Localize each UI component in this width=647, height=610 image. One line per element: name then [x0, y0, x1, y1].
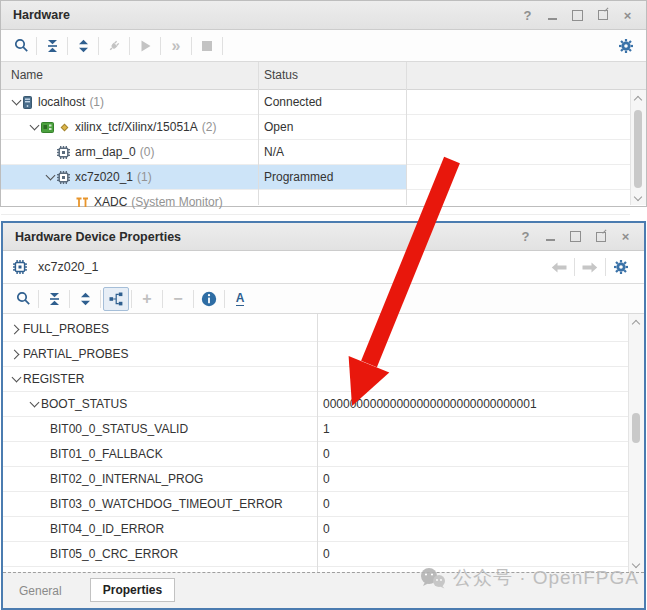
scroll-up-icon[interactable] [633, 318, 640, 325]
tree-row-cable[interactable]: xilinx_tcf/Xilinx/15051A (2) Open [1, 115, 630, 140]
back-button[interactable] [546, 255, 572, 279]
watermark: 公众号 · OpenFPGA [419, 565, 639, 591]
collapse-all-button[interactable] [41, 287, 67, 311]
float-icon[interactable] [596, 9, 609, 22]
stop-icon [202, 41, 212, 51]
property-row[interactable]: BIT01_0_FALLBACK 0 [3, 442, 628, 467]
property-row[interactable]: REGISTER [3, 367, 628, 392]
chevron-right-icon[interactable] [9, 347, 23, 361]
chevron-down-icon[interactable] [9, 95, 23, 109]
gear-icon [618, 38, 634, 54]
tree-row-arm-dap[interactable]: arm_dap_0 (0) N/A [1, 140, 630, 165]
property-row[interactable]: BIT04_0_ID_ERROR 0 [3, 517, 628, 542]
panel-title: Hardware Device Properties [15, 230, 519, 244]
property-row[interactable]: BIT03_0_WATCHDOG_TIMEOUT_ERROR 0 [3, 492, 628, 517]
chevron-down-icon[interactable] [27, 397, 41, 411]
column-header-status[interactable]: Status [264, 68, 298, 82]
help-icon[interactable]: ? [521, 9, 534, 22]
tree-item-count: (0) [140, 145, 155, 159]
settings-button[interactable] [608, 255, 634, 279]
gear-icon [613, 259, 629, 275]
property-name: BIT05_0_CRC_ERROR [50, 547, 178, 561]
vertical-scrollbar[interactable] [628, 314, 644, 572]
forward-button[interactable] [577, 255, 603, 279]
tree-row-localhost[interactable]: localhost (1) Connected [1, 90, 630, 115]
chip-icon [57, 146, 70, 159]
run-button[interactable] [132, 34, 158, 58]
sort-alphabetical-button[interactable]: A [227, 287, 253, 311]
auto-connect-icon [107, 38, 122, 53]
hardware-toolbar: » [1, 30, 646, 62]
help-icon[interactable]: ? [519, 230, 532, 243]
minimize-icon[interactable] [546, 9, 559, 22]
add-button[interactable]: + [134, 287, 160, 311]
run-all-button[interactable]: » [163, 34, 189, 58]
remove-button[interactable]: − [165, 287, 191, 311]
property-row[interactable]: BIT05_0_CRC_ERROR 0 [3, 542, 628, 567]
chevron-right-icon[interactable] [9, 322, 23, 336]
expand-all-button[interactable] [70, 34, 96, 58]
server-icon [23, 96, 33, 109]
close-icon[interactable]: × [621, 9, 634, 22]
expand-all-button[interactable] [72, 287, 98, 311]
wechat-icon [419, 567, 447, 589]
vertical-scrollbar[interactable] [630, 90, 646, 205]
chevron-placeholder [43, 145, 57, 159]
hardware-titlebar: Hardware ? × [1, 1, 646, 30]
tree-item-label: XADC [94, 195, 127, 209]
tree-row-xadc[interactable]: XADC (System Monitor) [1, 190, 630, 215]
properties-titlebar: Hardware Device Properties ? × [3, 223, 644, 251]
tree-view-toggle-button[interactable] [103, 287, 129, 311]
scroll-up-icon[interactable] [635, 94, 642, 101]
watermark-text: 公众号 · OpenFPGA [453, 565, 639, 591]
info-button[interactable] [196, 287, 222, 311]
property-name: BIT02_0_INTERNAL_PROG [50, 472, 203, 486]
hardware-panel: Hardware ? × » [0, 0, 647, 207]
maximize-icon[interactable] [571, 9, 584, 22]
column-header-name[interactable]: Name [11, 68, 43, 82]
search-button[interactable] [8, 34, 34, 58]
property-name: PARTIAL_PROBES [23, 347, 129, 361]
window-controls: ? × [519, 230, 632, 243]
property-name: BIT00_0_STATUS_VALID [50, 422, 188, 436]
tree-item-label: xilinx_tcf/Xilinx/15051A [75, 120, 198, 134]
chevron-down-icon[interactable] [27, 120, 41, 134]
tree-item-count: (2) [202, 120, 217, 134]
hardware-tree-table: Name Status localhost (1) Connected xili… [1, 62, 646, 205]
hardware-device-properties-panel: Hardware Device Properties ? × xc7z020_1 [1, 221, 646, 610]
window-controls: ? × [521, 9, 634, 22]
chevron-down-icon[interactable] [43, 170, 57, 184]
search-button[interactable] [10, 287, 36, 311]
tree-item-count: (1) [137, 170, 152, 184]
property-row[interactable]: PARTIAL_PROBES [3, 342, 628, 367]
maximize-icon[interactable] [569, 230, 582, 243]
property-name: FULL_PROBES [23, 322, 109, 336]
stop-button[interactable] [194, 34, 220, 58]
tree-row-xc7z020[interactable]: xc7z020_1 (1) Programmed [1, 165, 630, 190]
info-icon [201, 291, 217, 307]
scroll-down-icon[interactable] [635, 194, 642, 201]
collapse-all-button[interactable] [39, 34, 65, 58]
scrollbar-thumb[interactable] [634, 110, 642, 188]
property-name: REGISTER [23, 372, 84, 386]
property-row[interactable]: FULL_PROBES [3, 317, 628, 342]
device-name: xc7z020_1 [38, 260, 98, 274]
close-icon[interactable]: × [619, 230, 632, 243]
property-value: 00000000000000000000000000000001 [323, 397, 537, 411]
minimize-icon[interactable] [544, 230, 557, 243]
expand-all-icon [77, 39, 90, 53]
chip-icon [13, 260, 27, 274]
property-row[interactable]: BIT02_0_INTERNAL_PROG 0 [3, 467, 628, 492]
tab-general[interactable]: General [19, 584, 62, 598]
auto-connect-button[interactable] [101, 34, 127, 58]
property-name: BIT04_0_ID_ERROR [50, 522, 164, 536]
property-row-boot-status[interactable]: BOOT_STATUS 0000000000000000000000000000… [3, 392, 628, 417]
scrollbar-thumb[interactable] [632, 413, 640, 443]
expand-all-icon [79, 292, 92, 306]
property-row[interactable]: BIT00_0_STATUS_VALID 1 [3, 417, 628, 442]
tree-item-status: Programmed [264, 170, 333, 184]
chevron-down-icon[interactable] [9, 372, 23, 386]
float-icon[interactable] [594, 230, 607, 243]
settings-button[interactable] [613, 34, 639, 58]
tab-properties[interactable]: Properties [90, 578, 175, 602]
